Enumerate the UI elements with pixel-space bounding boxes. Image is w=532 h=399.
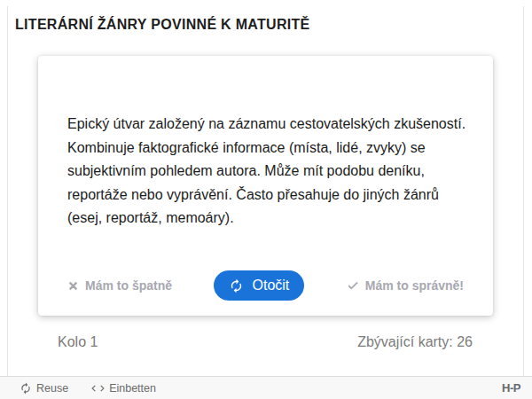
embed-button-label: Einbetten — [109, 382, 156, 395]
round-counter: Kolo 1 — [58, 334, 98, 350]
circular-arrows-icon — [20, 382, 32, 395]
action-bar: Reuse Einbetten H-P — [0, 376, 532, 399]
correct-button-label: Mám to správně! — [365, 278, 464, 293]
flashcards-activity: LITERÁRNÍ ŽÁNRY POVINNÉ K MATURITĚ Epick… — [0, 0, 532, 399]
sync-icon — [229, 278, 244, 293]
x-mark-icon — [67, 280, 79, 292]
flashcard-text: Epický útvar založený na záznamu cestova… — [67, 113, 467, 231]
flashcard: Epický útvar založený na záznamu cestova… — [38, 56, 493, 316]
flip-button-label: Otočit — [252, 278, 289, 293]
correct-button[interactable]: Mám to správně! — [347, 278, 464, 293]
card-actions: Mám to špatně Otočit Mám to správně! — [67, 270, 464, 301]
reuse-button-label: Reuse — [36, 382, 68, 395]
code-brackets-icon — [91, 383, 105, 394]
activity-title: LITERÁRNÍ ŽÁNRY POVINNÉ K MATURITĚ — [15, 17, 310, 33]
flip-button[interactable]: Otočit — [214, 270, 304, 301]
wrong-button-label: Mám to špatně — [85, 278, 172, 293]
embed-button[interactable]: Einbetten — [91, 382, 156, 395]
wrong-button[interactable]: Mám to špatně — [67, 278, 172, 293]
reuse-button[interactable]: Reuse — [20, 382, 68, 395]
h5p-logo[interactable]: H-P — [502, 381, 520, 395]
remaining-cards-counter: Zbývající karty: 26 — [357, 334, 473, 350]
check-icon — [347, 279, 359, 292]
status-row: Kolo 1 Zbývající karty: 26 — [58, 334, 473, 350]
